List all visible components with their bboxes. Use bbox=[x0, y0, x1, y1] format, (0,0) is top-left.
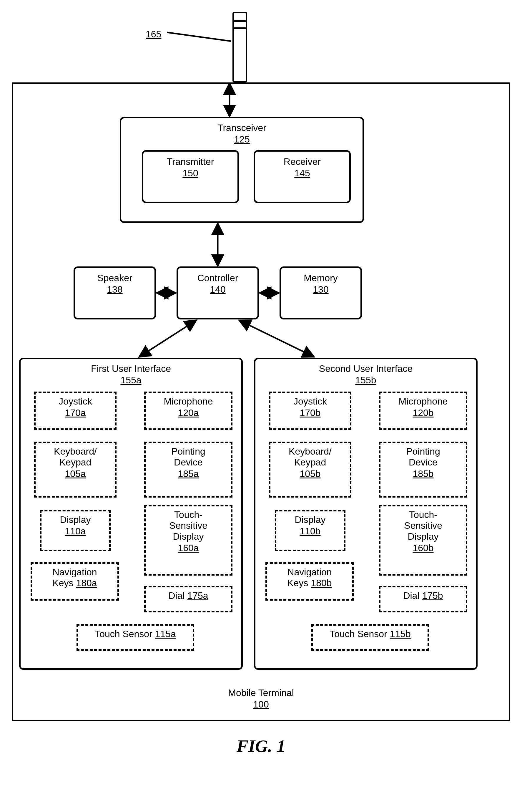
microphone-ref-b: 120b bbox=[383, 407, 463, 418]
pointing-title-a: Pointing Device bbox=[148, 446, 228, 468]
microphone-title-b: Microphone bbox=[383, 396, 463, 407]
nav-ref-a: 180a bbox=[76, 578, 97, 588]
receiver-block: Receiver 145 bbox=[254, 150, 351, 203]
ui-a-ref: 155a bbox=[21, 375, 241, 386]
keypad-ref-a: 105a bbox=[39, 468, 112, 479]
keypad-block-a: Keyboard/ Keypad 105a bbox=[34, 442, 117, 498]
nav-ref-b: 180b bbox=[311, 578, 332, 588]
ui-b-ref: 155b bbox=[256, 375, 476, 386]
nav-line-a: Navigation Keys 180a bbox=[53, 567, 97, 588]
figure-page: 165 bbox=[12, 12, 510, 756]
dial-block-b: Dial 175b bbox=[379, 586, 467, 612]
ui-b-title: Second User Interface bbox=[256, 363, 476, 374]
transceiver-title: Transceiver bbox=[124, 122, 360, 133]
leader-line bbox=[167, 23, 231, 49]
joystick-title-b: Joystick bbox=[273, 396, 347, 407]
ui-a-title: First User Interface bbox=[21, 363, 241, 374]
display-ref-b: 110b bbox=[279, 526, 341, 537]
tsd-title-b: Touch- Sensitive Display bbox=[383, 509, 463, 542]
display-title-b: Display bbox=[279, 514, 341, 525]
antenna-icon bbox=[233, 12, 247, 82]
dial-block-a: Dial 175a bbox=[144, 586, 233, 612]
keypad-title-a: Keyboard/ Keypad bbox=[39, 446, 112, 468]
touch-sensitive-display-block-b: Touch- Sensitive Display 160b bbox=[379, 505, 467, 576]
keypad-title-b: Keyboard/ Keypad bbox=[273, 446, 347, 468]
first-user-interface-block: First User Interface 155a Joystick 170a … bbox=[19, 358, 243, 670]
speaker-title: Speaker bbox=[78, 273, 152, 284]
pointing-ref-b: 185b bbox=[383, 468, 463, 479]
nav-line-b: Navigation Keys 180b bbox=[287, 567, 332, 588]
microphone-block-a: Microphone 120a bbox=[144, 391, 233, 430]
speaker-ref: 138 bbox=[78, 284, 152, 295]
navigation-keys-block-a: Navigation Keys 180a bbox=[31, 562, 119, 601]
pointing-block-b: Pointing Device 185b bbox=[379, 442, 467, 498]
terminal-title: Mobile Terminal bbox=[19, 688, 503, 698]
touch-line-b: Touch Sensor 115b bbox=[329, 629, 411, 639]
display-block-b: Display 110b bbox=[275, 510, 345, 551]
transceiver-block: Transceiver 125 Transmitter 150 Receiver… bbox=[120, 117, 364, 223]
joystick-title-a: Joystick bbox=[39, 396, 112, 407]
display-ref-a: 110a bbox=[44, 526, 106, 537]
touch-line-a: Touch Sensor 115a bbox=[95, 629, 176, 639]
microphone-ref-a: 120a bbox=[148, 407, 228, 418]
controller-title: Controller bbox=[181, 273, 255, 284]
dial-ref-b: 175b bbox=[422, 590, 443, 601]
terminal-ref: 100 bbox=[19, 699, 503, 710]
tsd-title-a: Touch- Sensitive Display bbox=[148, 509, 228, 542]
antenna-ref: 165 bbox=[146, 29, 161, 40]
transmitter-ref: 150 bbox=[146, 168, 235, 179]
joystick-ref-a: 170a bbox=[39, 407, 112, 418]
touch-title-a: Touch Sensor bbox=[95, 629, 155, 639]
receiver-title: Receiver bbox=[258, 156, 346, 167]
svg-line-0 bbox=[167, 32, 231, 41]
mobile-terminal-block: Transceiver 125 Transmitter 150 Receiver… bbox=[12, 82, 510, 721]
dial-line-b: Dial 175b bbox=[403, 590, 443, 601]
memory-title: Memory bbox=[284, 273, 358, 284]
pointing-title-b: Pointing Device bbox=[383, 446, 463, 468]
controller-ref: 140 bbox=[181, 284, 255, 295]
dial-line-a: Dial 175a bbox=[168, 590, 208, 601]
memory-ref: 130 bbox=[284, 284, 358, 295]
touch-sensor-block-b: Touch Sensor 115b bbox=[311, 624, 429, 651]
joystick-block-b: Joystick 170b bbox=[269, 391, 352, 430]
joystick-block-a: Joystick 170a bbox=[34, 391, 117, 430]
controller-block: Controller 140 bbox=[177, 267, 259, 320]
speaker-block: Speaker 138 bbox=[74, 267, 156, 320]
keypad-ref-b: 105b bbox=[273, 468, 347, 479]
dial-ref-a: 175a bbox=[187, 590, 208, 601]
receiver-ref: 145 bbox=[258, 168, 346, 179]
touch-ref-a: 115a bbox=[155, 629, 176, 639]
tsd-ref-b: 160b bbox=[383, 543, 463, 554]
touch-ref-b: 115b bbox=[390, 629, 411, 639]
keypad-block-b: Keyboard/ Keypad 105b bbox=[269, 442, 352, 498]
display-block-a: Display 110a bbox=[40, 510, 111, 551]
touch-sensor-block-a: Touch Sensor 115a bbox=[77, 624, 194, 651]
navigation-keys-block-b: Navigation Keys 180b bbox=[265, 562, 354, 601]
dial-title-b: Dial bbox=[403, 590, 422, 601]
transmitter-title: Transmitter bbox=[146, 156, 235, 167]
touch-sensitive-display-block-a: Touch- Sensitive Display 160a bbox=[144, 505, 233, 576]
touch-title-b: Touch Sensor bbox=[329, 629, 390, 639]
transceiver-ref: 125 bbox=[124, 134, 360, 145]
transmitter-block: Transmitter 150 bbox=[142, 150, 239, 203]
tsd-ref-a: 160a bbox=[148, 543, 228, 554]
dial-title-a: Dial bbox=[168, 590, 187, 601]
joystick-ref-b: 170b bbox=[273, 407, 347, 418]
figure-caption: FIG. 1 bbox=[12, 736, 510, 756]
display-title-a: Display bbox=[44, 514, 106, 525]
pointing-block-a: Pointing Device 185a bbox=[144, 442, 233, 498]
microphone-block-b: Microphone 120b bbox=[379, 391, 467, 430]
microphone-title-a: Microphone bbox=[148, 396, 228, 407]
memory-block: Memory 130 bbox=[280, 267, 362, 320]
pointing-ref-a: 185a bbox=[148, 468, 228, 479]
antenna-area: 165 bbox=[12, 12, 510, 82]
second-user-interface-block: Second User Interface 155b Joystick 170b… bbox=[254, 358, 478, 670]
